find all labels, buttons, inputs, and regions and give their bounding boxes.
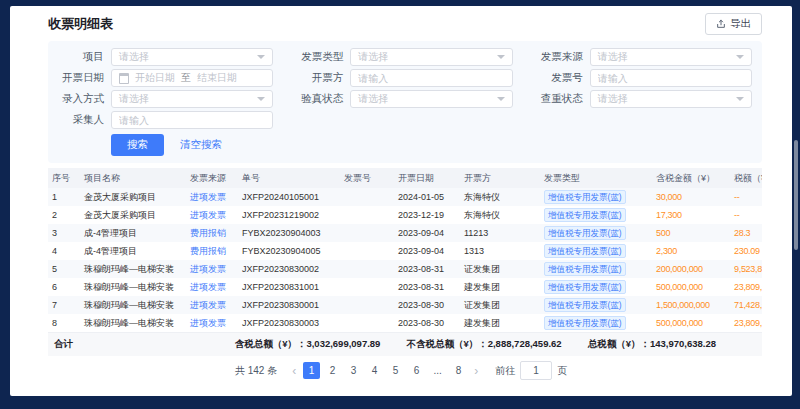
entry-method-select[interactable]: 请选择 <box>111 90 273 108</box>
page-ellipsis: ... <box>429 362 446 379</box>
invoice-type-select[interactable]: 请选择 <box>350 48 512 66</box>
cell-amount-incl-tax: 200,000,000 <box>652 260 730 278</box>
chevron-down-icon <box>497 55 505 63</box>
project-label: 项目 <box>50 50 104 64</box>
cell-amount-incl-tax: 1,500,000,000 <box>652 296 730 314</box>
dup-status-select[interactable]: 请选择 <box>590 90 752 108</box>
cell-project-name: 成-4管理项目 <box>80 242 186 260</box>
page-button-6[interactable]: 6 <box>408 362 425 379</box>
tax-total: 总税额（¥）：143,970,638.28 <box>588 338 716 351</box>
verify-status-select[interactable]: 请选择 <box>350 90 512 108</box>
table-row[interactable]: 2 金茂大厦采购项目 进项发票 JXFP20231219002 2023-12-… <box>48 206 762 224</box>
column-header: 税额（¥） <box>730 168 762 188</box>
cell-invoice-no <box>340 314 394 332</box>
filter-field-invoice-source: 发票来源 请选择 <box>529 48 752 66</box>
page-header: 收票明细表 导出 <box>10 6 792 41</box>
cell-index: 6 <box>48 278 80 296</box>
invoice-detail-page: 收票明细表 导出 项目 请选择 <box>10 6 792 396</box>
cell-project-name: 金茂大厦采购项目 <box>80 188 186 206</box>
filter-field-project: 项目 请选择 <box>50 48 273 66</box>
collector-input[interactable] <box>111 111 273 129</box>
invoice-source-link[interactable]: 进项发票 <box>186 296 238 314</box>
prev-page-button[interactable]: ‹ <box>289 363 299 379</box>
invoice-source-link[interactable]: 费用报销 <box>186 224 238 242</box>
column-header: 单号 <box>238 168 340 188</box>
invoice-source-select[interactable]: 请选择 <box>590 48 752 66</box>
cell-order-no: JXFP20230830003 <box>238 314 340 332</box>
table-row[interactable]: 1 金茂大厦采购项目 进项发票 JXFP20240105001 2024-01-… <box>48 188 762 206</box>
cell-issuer: 东海特仪 <box>460 188 540 206</box>
invoice-table: 序号项目名称发票来源单号发票号开票日期开票方发票类型含税金额（¥）税额（¥）不含… <box>48 168 762 332</box>
entry-method-placeholder: 请选择 <box>119 92 149 106</box>
next-page-button[interactable]: › <box>471 363 481 379</box>
page-button-1[interactable]: 1 <box>303 362 320 379</box>
cell-tax: -- <box>730 188 762 206</box>
cell-invoice-date: 2023-08-31 <box>394 278 460 296</box>
dup-status-label: 查重状态 <box>529 92 583 106</box>
cell-invoice-no <box>340 206 394 224</box>
cell-amount-incl-tax: 30,000 <box>652 188 730 206</box>
table-row[interactable]: 3 成-4管理项目 费用报销 FYBX20230904003 2023-09-0… <box>48 224 762 242</box>
cell-invoice-date: 2023-08-31 <box>394 260 460 278</box>
cell-invoice-no <box>340 242 394 260</box>
invoice-source-link[interactable]: 进项发票 <box>186 314 238 332</box>
page-button-8[interactable]: 8 <box>450 362 467 379</box>
page-button-5[interactable]: 5 <box>387 362 404 379</box>
date-separator: 至 <box>181 71 191 85</box>
cell-amount-incl-tax: 17,300 <box>652 206 730 224</box>
invoice-type-tag: 增值税专用发票(蓝) <box>544 280 626 294</box>
cell-index: 3 <box>48 224 80 242</box>
cell-project-name: 金茂大厦采购项目 <box>80 206 186 224</box>
column-header: 发票类型 <box>540 168 652 188</box>
summary-bar: 合计 含税总额（¥）：3,032,699,097.89 不含税总额（¥）：2,8… <box>48 332 762 356</box>
export-label: 导出 <box>730 17 751 31</box>
total-count: 共 142 条 <box>235 364 277 378</box>
invoice-source-link[interactable]: 进项发票 <box>186 278 238 296</box>
cell-amount-incl-tax: 2,300 <box>652 242 730 260</box>
cell-invoice-type: 增值税专用发票(蓝) <box>540 224 652 242</box>
cell-issuer: 建发集团 <box>460 314 540 332</box>
cell-issuer: 建发集团 <box>460 278 540 296</box>
page-button-3[interactable]: 3 <box>345 362 362 379</box>
table-row[interactable]: 5 珠穆朗玛峰—电梯安装 进项发票 JXFP20230830002 2023-0… <box>48 260 762 278</box>
page-button-2[interactable]: 2 <box>324 362 341 379</box>
search-button[interactable]: 搜索 <box>111 134 164 156</box>
invoice-source-link[interactable]: 费用报销 <box>186 242 238 260</box>
filter-field-dup-status: 查重状态 请选择 <box>529 90 752 108</box>
issuer-input[interactable] <box>350 69 512 87</box>
cell-tax: 23,809,523.81 <box>730 314 762 332</box>
cell-issuer: 1313 <box>460 242 540 260</box>
table-header-row: 序号项目名称发票来源单号发票号开票日期开票方发票类型含税金额（¥）税额（¥）不含… <box>48 168 762 188</box>
start-date-placeholder: 开始日期 <box>135 71 175 85</box>
invoice-date-range-picker[interactable]: 开始日期 至 结束日期 <box>111 69 273 87</box>
filter-actions: 搜索 清空搜索 <box>50 134 752 156</box>
cell-project-name: 珠穆朗玛峰—电梯安装 <box>80 314 186 332</box>
page-button-4[interactable]: 4 <box>366 362 383 379</box>
table-row[interactable]: 7 珠穆朗玛峰—电梯安装 进项发票 JXFP20230830001 2023-0… <box>48 296 762 314</box>
window-frame: 收票明细表 导出 项目 请选择 <box>0 0 800 409</box>
cell-invoice-type: 增值税专用发票(蓝) <box>540 278 652 296</box>
cell-project-name: 珠穆朗玛峰—电梯安装 <box>80 278 186 296</box>
cell-order-no: JXFP20231219002 <box>238 206 340 224</box>
invoice-source-link[interactable]: 进项发票 <box>186 260 238 278</box>
window-scrollbar[interactable] <box>794 140 798 250</box>
column-header: 含税金额（¥） <box>652 168 730 188</box>
project-select[interactable]: 请选择 <box>111 48 273 66</box>
filter-panel: 项目 请选择 发票类型 请选择 发票来源 请选择 <box>48 41 762 163</box>
chevron-down-icon <box>257 55 265 63</box>
filter-field-invoice-no: 发票号 <box>529 69 752 87</box>
table-row[interactable]: 4 成-4管理项目 费用报销 FYBX20230904005 2023-09-0… <box>48 242 762 260</box>
invoice-no-input[interactable] <box>590 69 752 87</box>
page-list: 123456...8 <box>303 362 467 379</box>
goto-page-input[interactable] <box>520 361 552 380</box>
cell-invoice-no <box>340 278 394 296</box>
invoice-source-link[interactable]: 进项发票 <box>186 188 238 206</box>
table-row[interactable]: 6 珠穆朗玛峰—电梯安装 进项发票 JXFP20230831001 2023-0… <box>48 278 762 296</box>
table-row[interactable]: 8 珠穆朗玛峰—电梯安装 进项发票 JXFP20230830003 2023-0… <box>48 314 762 332</box>
cell-invoice-date: 2023-12-19 <box>394 206 460 224</box>
invoice-source-link[interactable]: 进项发票 <box>186 206 238 224</box>
issuer-label: 开票方 <box>289 71 343 85</box>
column-header: 序号 <box>48 168 80 188</box>
export-button[interactable]: 导出 <box>705 13 762 35</box>
clear-search-button[interactable]: 清空搜索 <box>178 134 224 156</box>
